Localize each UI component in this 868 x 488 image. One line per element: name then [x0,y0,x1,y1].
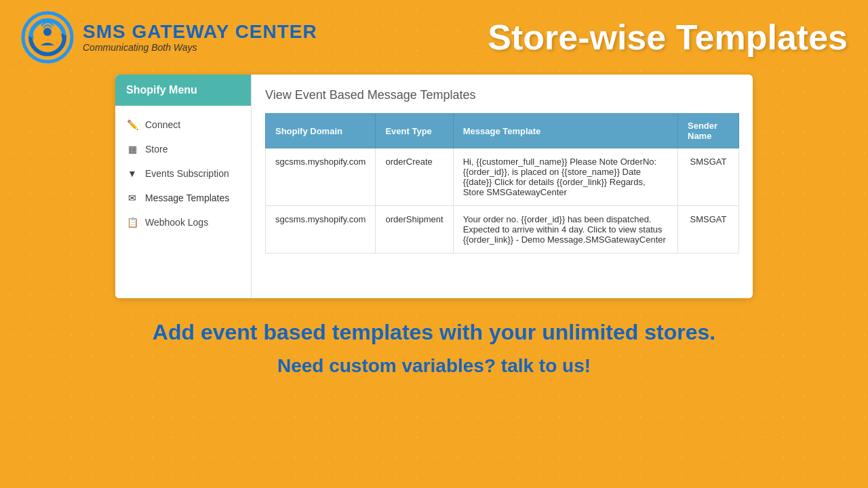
logo-subtitle: Communicating Both Ways [83,42,317,53]
bottom-sub-text: Need custom variables? talk to us! [14,355,854,377]
sidebar-item-templates-label: Message Templates [145,192,229,203]
main-card: Shopify Menu ✏️ Connect ▦ Store ▼ Events… [115,75,753,298]
sidebar-item-connect-label: Connect [145,119,180,130]
table-header: Shopify Domain Event Type Message Templa… [266,114,739,148]
message-templates-icon: ✉ [126,192,138,203]
row1-event: orderCreate [376,148,453,206]
card-wrapper: Shopify Menu ✏️ Connect ▦ Store ▼ Events… [0,75,868,298]
bottom-main-text: Add event based templates with your unli… [14,319,854,347]
sidebar-item-store[interactable]: ▦ Store [115,137,251,161]
page-main-title: Store-wise Templates [488,17,848,58]
logo-title: SMS GATEWAY CENTER [83,22,317,43]
row2-template: Your order no. {{order_id}} has been dis… [453,206,677,253]
col-header-domain: Shopify Domain [266,114,376,148]
sidebar-item-connect[interactable]: ✏️ Connect [115,113,251,137]
col-header-sender: SenderName [678,114,739,148]
table-header-row: Shopify Domain Event Type Message Templa… [266,114,739,148]
events-icon: ▼ [126,168,138,179]
header: SMS GATEWAY CENTER Communicating Both Wa… [0,0,868,75]
sidebar-item-events[interactable]: ▼ Events Subscription [115,161,251,186]
panel-title: View Event Based Message Templates [265,88,739,102]
connect-icon: ✏️ [126,119,138,130]
sidebar-item-webhook-label: Webhook Logs [145,217,208,228]
sidebar-item-webhook-logs[interactable]: 📋 Webhook Logs [115,210,251,235]
main-panel: View Event Based Message Templates Shopi… [251,75,753,298]
sidebar-item-events-label: Events Subscription [145,168,229,179]
bottom-section: Add event based templates with your unli… [0,298,868,384]
col-header-template: Message Template [453,114,677,148]
store-icon: ▦ [126,144,138,155]
table-row: sgcsms.myshopify.com orderShipment Your … [266,206,739,253]
row2-domain: sgcsms.myshopify.com [266,206,376,253]
svg-point-3 [43,28,52,36]
sidebar: Shopify Menu ✏️ Connect ▦ Store ▼ Events… [115,75,251,298]
table-body: sgcsms.myshopify.com orderCreate Hi, {{c… [266,148,739,253]
row2-event: orderShipment [376,206,453,253]
templates-table: Shopify Domain Event Type Message Templa… [265,113,739,253]
row2-sender: SMSGAT [678,206,739,253]
sidebar-header: Shopify Menu [115,75,251,106]
logo-text: SMS GATEWAY CENTER Communicating Both Wa… [83,22,317,54]
webhook-logs-icon: 📋 [126,217,138,228]
sidebar-menu: ✏️ Connect ▦ Store ▼ Events Subscription… [115,106,251,241]
row1-domain: sgcsms.myshopify.com [266,148,376,206]
row1-template: Hi, {{customer_full_name}} Please Note O… [453,148,677,206]
logo-icon [20,10,75,64]
table-row: sgcsms.myshopify.com orderCreate Hi, {{c… [266,148,739,206]
sidebar-item-store-label: Store [145,144,167,155]
sidebar-item-message-templates[interactable]: ✉ Message Templates [115,186,251,210]
logo-area: SMS GATEWAY CENTER Communicating Both Wa… [20,10,317,64]
col-header-event: Event Type [376,114,453,148]
row1-sender: SMSGAT [678,148,739,206]
